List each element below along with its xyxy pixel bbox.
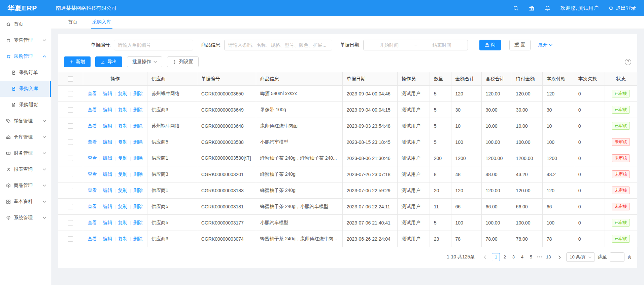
tab-home[interactable]: 首页	[67, 16, 79, 29]
row-action-view[interactable]: 查看	[88, 155, 97, 161]
page-button[interactable]: 1	[492, 253, 500, 261]
row-action-delete[interactable]: 删除	[133, 171, 143, 177]
row-action-view[interactable]: 查看	[88, 91, 97, 96]
sidebar-item-purchase-return[interactable]: 采购退货	[0, 97, 51, 113]
sidebar-item-purchase-order[interactable]: 采购订单	[0, 65, 51, 81]
cell-qty: 5	[430, 134, 451, 150]
row-action-edit[interactable]: 编辑	[103, 91, 112, 96]
sidebar-item-home[interactable]: 首页	[0, 16, 51, 32]
row-action-delete[interactable]: 删除	[133, 188, 143, 193]
row-action-view[interactable]: 查看	[88, 171, 97, 177]
help-icon[interactable]: ?	[625, 59, 631, 65]
row-action-copy[interactable]: 复制	[118, 91, 128, 96]
prev-page-button[interactable]	[481, 253, 489, 261]
row-action-copy[interactable]: 复制	[118, 139, 128, 145]
row-checkbox[interactable]	[68, 139, 73, 145]
page-button[interactable]: 3	[509, 253, 517, 261]
app-logo[interactable]: 华夏ERP	[0, 3, 51, 13]
row-action-edit[interactable]: 编辑	[103, 155, 112, 161]
expand-link[interactable]: 展开	[538, 42, 552, 48]
row-action-copy[interactable]: 复制	[118, 171, 128, 177]
row-checkbox[interactable]	[68, 91, 73, 96]
sidebar-item-purchase-inbound[interactable]: 采购入库	[0, 81, 51, 97]
sidebar-item-purchase[interactable]: 采购管理	[0, 48, 51, 65]
row-checkbox[interactable]	[68, 188, 73, 193]
row-action-view[interactable]: 查看	[88, 236, 97, 241]
row-action-edit[interactable]: 编辑	[103, 220, 112, 225]
sidebar-item-basic-data[interactable]: 基本资料	[0, 194, 51, 210]
row-action-view[interactable]: 查看	[88, 220, 97, 225]
row-checkbox[interactable]	[68, 204, 73, 209]
page-button[interactable]: 4	[518, 253, 526, 261]
row-checkbox[interactable]	[68, 156, 73, 161]
page-button[interactable]: 2	[501, 253, 509, 261]
row-action-copy[interactable]: 复制	[118, 236, 128, 241]
export-button[interactable]: 导出	[95, 56, 122, 67]
row-action-delete[interactable]: 删除	[133, 236, 143, 241]
row-action-copy[interactable]: 复制	[118, 220, 128, 225]
row-action-delete[interactable]: 删除	[133, 107, 143, 112]
page-button[interactable]: 13	[544, 253, 552, 261]
material-info-input[interactable]	[224, 40, 332, 50]
row-action-copy[interactable]: 复制	[118, 188, 128, 193]
batch-operations-button[interactable]: 批量操作	[127, 56, 162, 67]
row-action-view[interactable]: 查看	[88, 107, 97, 112]
row-action-delete[interactable]: 删除	[133, 91, 143, 96]
status-badge: 已审核	[612, 219, 630, 227]
bank-icon[interactable]	[529, 5, 535, 11]
sidebar-item-finance[interactable]: 财务管理	[0, 145, 51, 161]
sidebar-item-warehouse[interactable]: 仓库管理	[0, 129, 51, 145]
cell-tax_amount: 100.00	[481, 215, 512, 231]
row-action-edit[interactable]: 编辑	[103, 171, 112, 177]
row-action-edit[interactable]: 编辑	[103, 236, 112, 241]
reset-button[interactable]: 重 置	[509, 40, 531, 50]
action-divider: |	[99, 140, 100, 145]
sidebar-item-retail[interactable]: 零售管理	[0, 32, 51, 48]
row-action-edit[interactable]: 编辑	[103, 107, 112, 112]
row-action-edit[interactable]: 编辑	[103, 188, 112, 193]
row-action-copy[interactable]: 复制	[118, 155, 128, 161]
row-action-delete[interactable]: 删除	[133, 155, 143, 161]
page-size-select[interactable]: 10 条/页	[566, 252, 595, 262]
cell-supplier: 供应商3	[147, 231, 197, 247]
row-action-view[interactable]: 查看	[88, 139, 97, 145]
end-date-input[interactable]	[418, 42, 465, 48]
sidebar-item-goods[interactable]: 商品管理	[0, 177, 51, 194]
jump-page-input[interactable]	[610, 252, 624, 262]
row-action-delete[interactable]: 删除	[133, 123, 143, 128]
search-button[interactable]: 查 询	[479, 40, 501, 50]
row-action-view[interactable]: 查看	[88, 188, 97, 193]
next-page-button[interactable]	[555, 253, 564, 261]
row-action-edit[interactable]: 编辑	[103, 139, 112, 145]
row-action-delete[interactable]: 删除	[133, 139, 143, 145]
sidebar-item-sales[interactable]: 销售管理	[0, 113, 51, 129]
row-action-view[interactable]: 查看	[88, 123, 97, 128]
start-date-input[interactable]	[366, 42, 413, 48]
add-button[interactable]: 新增	[64, 56, 91, 67]
select-all-checkbox[interactable]	[68, 76, 73, 82]
logout-button[interactable]: 退出登录	[609, 5, 636, 11]
tab-purchase-inbound[interactable]: 采购入库	[91, 16, 112, 29]
row-action-copy[interactable]: 复制	[118, 107, 128, 112]
bell-icon[interactable]	[545, 5, 550, 11]
row-checkbox[interactable]	[68, 220, 73, 226]
row-action-delete[interactable]: 删除	[133, 204, 143, 209]
row-action-copy[interactable]: 复制	[118, 123, 128, 128]
row-action-view[interactable]: 查看	[88, 204, 97, 209]
bill-no-input[interactable]	[114, 40, 193, 50]
page-button[interactable]: 5	[527, 253, 535, 261]
row-checkbox[interactable]	[68, 123, 73, 129]
sidebar-item-report[interactable]: 报表查询	[0, 161, 51, 177]
row-action-edit[interactable]: 编辑	[103, 204, 112, 209]
date-range-picker[interactable]: ~	[363, 40, 468, 50]
search-icon[interactable]	[513, 5, 519, 11]
row-action-delete[interactable]: 删除	[133, 220, 143, 225]
date-range-separator: ~	[413, 42, 418, 48]
row-checkbox[interactable]	[68, 107, 73, 113]
row-checkbox[interactable]	[68, 172, 73, 177]
row-checkbox[interactable]	[68, 236, 73, 242]
column-settings-button[interactable]: 列设置	[167, 56, 199, 67]
row-action-edit[interactable]: 编辑	[103, 123, 112, 128]
sidebar-item-system[interactable]: 系统管理	[0, 210, 51, 226]
row-action-copy[interactable]: 复制	[118, 204, 128, 209]
